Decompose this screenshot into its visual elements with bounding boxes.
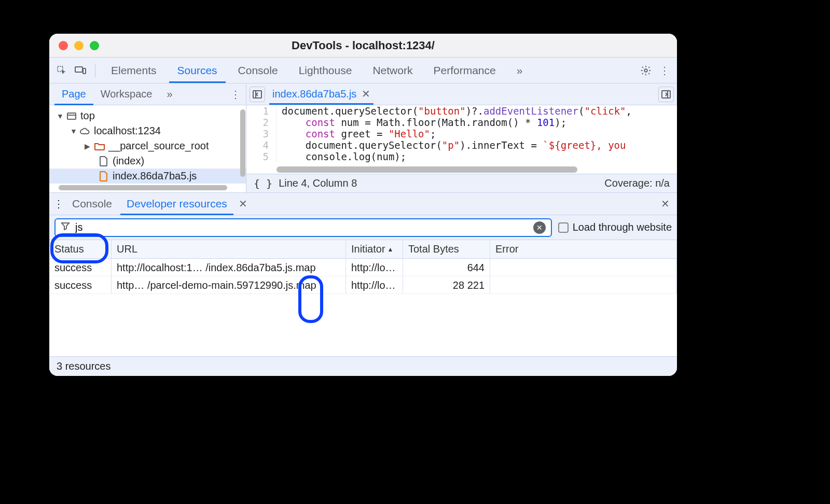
close-drawer-tab-icon[interactable]: ✕	[236, 198, 251, 210]
col-status[interactable]: Status	[49, 240, 112, 258]
cursor-position: Line 4, Column 8	[279, 177, 357, 189]
close-drawer-icon[interactable]: ✕	[658, 198, 673, 210]
navigator-pane: Page Workspace » ⋮ ▼ top ▼ localhost:123…	[49, 83, 246, 192]
tree-label: localhost:1234	[94, 125, 161, 137]
disclosure-triangle-icon[interactable]: ▼	[70, 127, 76, 135]
zoom-window-button[interactable]	[90, 41, 99, 50]
filter-input[interactable]	[75, 221, 528, 233]
clear-filter-icon[interactable]: ✕	[533, 221, 546, 234]
horizontal-scrollbar[interactable]	[59, 185, 227, 190]
tab-lighthouse[interactable]: Lighthouse	[290, 58, 361, 83]
table-row[interactable]: successhttp://localhost:1… /index.86da7b…	[49, 259, 677, 276]
resource-count: 3 resources	[57, 360, 111, 372]
col-total-bytes[interactable]: Total Bytes	[403, 240, 490, 258]
drawer-tabs: ⋮ Console Developer resources ✕ ✕	[49, 192, 677, 215]
filter-toolbar: ✕ Load through website	[49, 215, 677, 240]
tab-elements[interactable]: Elements	[103, 58, 165, 83]
drawer-tab-devresources[interactable]: Developer resources	[120, 192, 233, 215]
show-debugger-icon[interactable]	[658, 87, 674, 102]
close-tab-icon[interactable]: ✕	[362, 88, 370, 100]
window-icon	[66, 110, 77, 122]
table-body: successhttp://localhost:1… /index.86da7b…	[49, 259, 677, 356]
show-navigator-icon[interactable]	[250, 87, 265, 102]
tree-label: top	[80, 110, 95, 122]
separator	[95, 64, 95, 77]
col-url[interactable]: URL	[112, 240, 346, 258]
inspect-element-icon[interactable]	[54, 63, 69, 78]
close-window-button[interactable]	[59, 41, 68, 50]
sources-panels: Page Workspace » ⋮ ▼ top ▼ localhost:123…	[49, 83, 677, 192]
editor-statusbar: { } Line 4, Column 8 Coverage: n/a	[246, 174, 677, 192]
tree-label: index.86da7ba5.js	[113, 170, 197, 182]
minimize-window-button[interactable]	[74, 41, 84, 50]
tree-file-js[interactable]: index.86da7ba5.js	[49, 169, 246, 184]
svg-point-3	[644, 69, 647, 72]
table-row[interactable]: successhttp… /parcel-demo-main.59712990.…	[49, 276, 677, 294]
tree-folder[interactable]: ▶ __parcel_source_root	[49, 138, 246, 153]
coverage-label: Coverage: n/a	[604, 177, 670, 189]
tree-label: (index)	[113, 155, 144, 167]
svg-rect-8	[662, 91, 670, 98]
drawer-kebab-icon[interactable]: ⋮	[53, 198, 64, 210]
devtools-window: DevTools - localhost:1234/ Elements Sour…	[49, 34, 677, 376]
col-initiator[interactable]: Initiator ▲	[346, 240, 403, 258]
navigator-tabs: Page Workspace » ⋮	[49, 83, 246, 105]
drawer: ⋮ Console Developer resources ✕ ✕ ✕ Load…	[49, 192, 677, 376]
titlebar: DevTools - localhost:1234/	[49, 34, 677, 58]
cloud-icon	[79, 125, 91, 137]
editor-pane: index.86da7ba5.js ✕ 1document.querySelec…	[246, 83, 677, 192]
horizontal-scrollbar[interactable]	[276, 166, 577, 173]
tree-file-index[interactable]: (index)	[49, 153, 246, 169]
tab-console[interactable]: Console	[230, 58, 286, 83]
checkbox-icon[interactable]	[558, 222, 569, 233]
settings-icon[interactable]	[639, 63, 653, 78]
navtab-workspace[interactable]: Workspace	[93, 83, 160, 105]
filter-icon	[61, 221, 70, 233]
navigator-kebab-icon[interactable]: ⋮	[230, 88, 241, 101]
editor-tab[interactable]: index.86da7ba5.js ✕	[269, 83, 374, 105]
document-icon	[98, 156, 109, 167]
drawer-tab-console[interactable]: Console	[66, 192, 118, 215]
tab-sources[interactable]: Sources	[169, 58, 226, 83]
kebab-menu-icon[interactable]: ⋮	[657, 63, 672, 78]
svg-rect-4	[67, 113, 76, 119]
tabs-overflow-button[interactable]: »	[508, 58, 531, 83]
navtabs-overflow[interactable]: »	[159, 83, 179, 105]
navigator-tree[interactable]: ▼ top ▼ localhost:1234 ▶ __parcel_source…	[49, 105, 246, 192]
tab-performance[interactable]: Performance	[425, 58, 504, 83]
pretty-print-icon[interactable]: { }	[254, 177, 272, 190]
window-controls	[59, 41, 99, 50]
disclosure-triangle-icon[interactable]: ▶	[85, 142, 91, 150]
main-tabbar: Elements Sources Console Lighthouse Netw…	[49, 58, 677, 83]
tree-top-frame[interactable]: ▼ top	[49, 108, 246, 123]
svg-rect-2	[83, 68, 86, 74]
editor-tabs: index.86da7ba5.js ✕	[246, 83, 677, 105]
drawer-footer: 3 resources	[49, 356, 677, 376]
col-initiator-label: Initiator	[351, 243, 385, 255]
disclosure-triangle-icon[interactable]: ▼	[57, 112, 63, 120]
table-header: Status URL Initiator ▲ Total Bytes Error	[49, 240, 677, 259]
checkbox-label: Load through website	[573, 221, 672, 233]
col-error[interactable]: Error	[490, 240, 677, 258]
editor-tab-label: index.86da7ba5.js	[272, 88, 356, 100]
sort-asc-icon: ▲	[388, 246, 394, 253]
window-title: DevTools - localhost:1234/	[49, 39, 677, 52]
vertical-scrollbar[interactable]	[240, 109, 245, 177]
code-editor[interactable]: 1document.querySelector("button")?.addEv…	[246, 105, 677, 174]
tab-network[interactable]: Network	[364, 58, 421, 83]
tree-host[interactable]: ▼ localhost:1234	[49, 123, 246, 138]
js-file-icon	[98, 171, 109, 182]
resources-table: Status URL Initiator ▲ Total Bytes Error…	[49, 240, 677, 356]
tree-label: __parcel_source_root	[108, 140, 209, 152]
svg-rect-1	[75, 67, 82, 72]
navtab-page[interactable]: Page	[54, 83, 93, 105]
device-toolbar-icon[interactable]	[73, 63, 88, 78]
svg-rect-6	[253, 91, 261, 98]
load-through-website-checkbox[interactable]: Load through website	[558, 221, 672, 233]
filter-input-box[interactable]: ✕	[54, 218, 552, 237]
folder-icon	[94, 141, 105, 152]
